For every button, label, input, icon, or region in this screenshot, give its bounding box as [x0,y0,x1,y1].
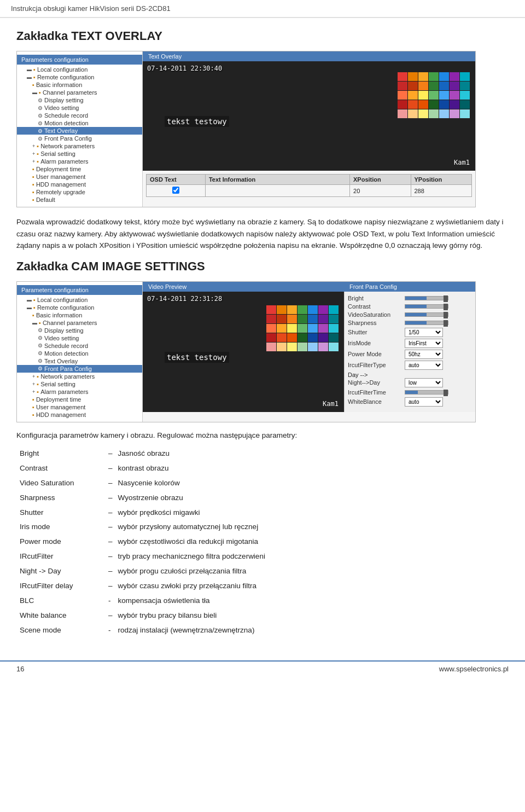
param-desc: wybór częstotliwości dla redukcji migota… [116,535,508,549]
osd-col-x: XPosition [350,175,411,185]
param-row: BLC - kompensacja oświetlenia tła [18,594,508,608]
tree-video-setting[interactable]: ⚙ Video setting [17,104,142,112]
setting-slider-bright[interactable] [405,296,448,300]
tree-item-label: Text Overlay [44,358,78,364]
setting-select-shutter[interactable]: 1/50 [405,328,443,337]
param-dash: – [106,535,115,549]
cam-top-bar: Video Preview Front Para Config [143,282,475,292]
gear-icon: ⚙ [38,335,43,341]
tree2-deployment-time[interactable]: ▪ Deployment time [17,396,142,403]
tree2-front-para-config[interactable]: ⚙ Front Para Config [17,365,142,373]
tree-local-config[interactable]: ▬ ▪ Local configuration [17,66,142,73]
tree2-serial-setting[interactable]: + ▪ Serial setting [17,380,142,388]
tree2-display-setting[interactable]: ⚙ Display setting [17,327,142,334]
gear-icon: ⚙ [38,136,43,142]
param-name: Scene mode [18,624,105,637]
gear-icon: ⚙ [38,120,43,126]
camera-preview-2: 07-14-2011 22:31:28 tekst testowy [143,292,344,412]
setting-row-whitebalance: WhiteBlance auto [348,397,472,407]
main-content: Zakładka TEXT OVERLAY Parameters configu… [0,18,525,655]
tree-motion-detection[interactable]: ⚙ Motion detection [17,119,142,127]
param-name: Power mode [18,535,105,549]
setting-row-filtertype: IrcutFilterType auto [348,361,472,370]
gear-icon: ⚙ [38,128,43,134]
tree-schedule-record[interactable]: ⚙ Schedule record [17,112,142,119]
setting-select-nightday[interactable]: low [405,378,443,387]
tree-item-label: Remote configuration [37,74,95,80]
setting-label-irismode: IrisMode [348,340,402,346]
tree-alarm-params[interactable]: + ▪ Alarm parameters [17,158,142,165]
folder-icon: ▪ [33,304,36,311]
tree2-user-management[interactable]: ▪ User management [17,403,142,411]
tree-channel-params[interactable]: ▬ ▪ Channel parameters [17,89,142,96]
setting-select-filtertype[interactable]: auto [405,361,443,370]
param-name: BLC [18,594,105,608]
tree-basic-info[interactable]: ▪ Basic information [17,81,142,89]
color-test-pattern-1 [398,72,470,118]
setting-slider-sharpness[interactable] [405,321,448,325]
tree-default[interactable]: ▪ Default [17,196,142,204]
plus-icon: + [32,389,35,395]
tree2-channel-params[interactable]: ▬ ▪ Channel parameters [17,319,142,327]
tree-serial-setting[interactable]: + ▪ Serial setting [17,150,142,158]
minus-icon: ▬ [27,74,32,80]
setting-label-saturation: VideoSaturation [348,311,402,318]
param-row: Bright – Jasność obrazu [18,447,508,461]
page-footer: 16 www.spselectronics.pl [0,660,525,676]
tree-display-setting[interactable]: ⚙ Display setting [17,96,142,104]
tree-item-label: Alarm parameters [40,158,88,165]
osd-col-text: OSD Text [147,175,206,185]
tree-item-label: Display setting [44,97,84,103]
tree-item-label: Front Para Config [44,366,92,372]
tree-item-label: Serial setting [40,150,75,157]
tree-deployment-time[interactable]: ▪ Deployment time [17,165,142,173]
camera-timestamp-1: 07-14-2011 22:30:40 [147,65,222,72]
setting-row-irismode: IrisMode IrisFirst [348,339,472,348]
tree-hdd-management[interactable]: ▪ HDD management [17,181,142,188]
tree2-remote-config[interactable]: ▬ ▪ Remote configuration [17,304,142,311]
osd-text-input[interactable]: tekst testowy [209,188,346,194]
setting-row-powermode: Power Mode 50hz [348,350,472,359]
footer-page-number: 16 [16,665,24,673]
setting-select-whitebalance[interactable]: auto [405,397,443,407]
tree-item-label: Text Overlay [44,127,78,134]
minus-icon: ▬ [27,67,32,72]
tree2-video-setting[interactable]: ⚙ Video setting [17,334,142,342]
folder-icon: ▪ [39,320,41,326]
gear-icon: ⚙ [38,343,43,349]
tree-item-label: Front Para Config [44,135,92,142]
param-name: Iris mode [18,520,105,534]
camera-label-2: Kam1 [323,400,339,408]
setting-slider-filtertime[interactable] [405,390,448,395]
setting-slider-contrast[interactable] [405,304,448,309]
tree2-basic-info[interactable]: ▪ Basic information [17,311,142,319]
tree-item-label: Motion detection [44,350,89,357]
tree2-schedule-record[interactable]: ⚙ Schedule record [17,342,142,350]
tree2-local-config[interactable]: ▬ ▪ Local configuration [17,296,142,304]
setting-slider-saturation[interactable] [405,312,448,317]
tree-user-management[interactable]: ▪ User management [17,173,142,181]
folder-icon: ▪ [37,388,39,395]
param-row: Scene mode - rodzaj instalacji (wewnętrz… [18,624,508,637]
osd-row: tekst testowy 20 288 [147,185,472,197]
tree2-alarm-params[interactable]: + ▪ Alarm parameters [17,388,142,396]
gear-icon: ⚙ [38,113,43,119]
tree-remotely-upgrade[interactable]: ▪ Remotely upgrade [17,188,142,196]
param-name: Contrast [18,462,105,475]
screenshot-text-overlay: Parameters configuration ▬ ▪ Local confi… [16,51,476,207]
setting-select-irismode[interactable]: IrisFirst [405,339,443,348]
setting-select-powermode[interactable]: 50hz [405,350,443,359]
tree2-network-params[interactable]: + ▪ Network parameters [17,373,142,380]
tree2-motion-detection[interactable]: ⚙ Motion detection [17,350,142,357]
tree-text-overlay[interactable]: ⚙ Text Overlay [17,127,142,135]
tree-remote-config[interactable]: ▬ ▪ Remote configuration [17,73,142,81]
tree-front-para-config[interactable]: ⚙ Front Para Config [17,135,142,142]
folder-icon: ▪ [32,166,34,172]
tree2-hdd-management[interactable]: ▪ HDD management [17,411,142,419]
tree-item-label: Alarm parameters [40,388,88,395]
tree2-text-overlay[interactable]: ⚙ Text Overlay [17,357,142,365]
tree-network-params[interactable]: + ▪ Network parameters [17,142,142,150]
osd-checkbox[interactable] [172,187,179,194]
minus-icon: ▬ [32,320,37,326]
setting-row-bright: Bright [348,295,472,301]
